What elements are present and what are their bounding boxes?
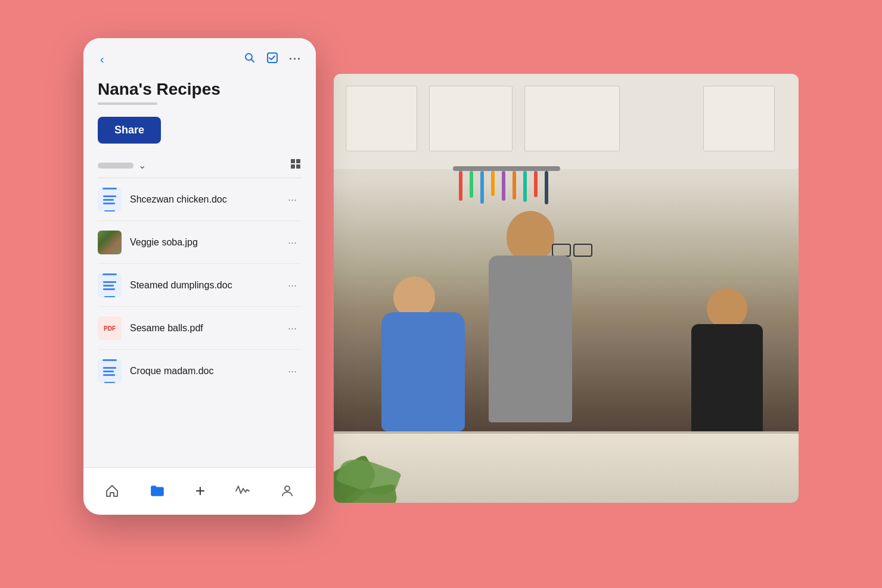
list-item[interactable]: Veggie soba.jpg ··· <box>83 221 316 264</box>
header-icons: ··· <box>244 52 302 67</box>
title-underline <box>98 102 157 105</box>
list-item[interactable]: PDF Sesame balls.pdf ··· <box>83 307 316 350</box>
search-icon[interactable] <box>244 52 256 67</box>
img-icon <box>98 231 122 254</box>
svg-rect-3 <box>291 159 295 163</box>
nav-home[interactable] <box>95 479 129 503</box>
doc-icon <box>98 273 122 297</box>
list-item[interactable]: Steamed dumplings.doc ··· <box>83 264 316 307</box>
file-name: Veggie soba.jpg <box>130 237 283 248</box>
scene: ‹ ··· Nana's Recipes <box>83 38 799 550</box>
file-more-button[interactable]: ··· <box>283 320 302 337</box>
file-name: Croque madam.doc <box>130 366 283 377</box>
kitchen-photo <box>334 74 799 503</box>
grid-view-icon[interactable] <box>290 158 302 173</box>
file-name: Shcezwan chicken.doc <box>130 194 283 205</box>
filter-left: ⌄ <box>98 160 146 171</box>
nav-profile[interactable] <box>271 479 304 503</box>
checkmark-icon[interactable] <box>266 52 278 67</box>
svg-point-7 <box>285 486 290 491</box>
phone-header: ‹ ··· <box>83 38 316 74</box>
plant <box>334 407 429 503</box>
filter-bar: ⌄ <box>83 153 316 178</box>
file-more-button[interactable]: ··· <box>283 363 302 380</box>
file-name: Steamed dumplings.doc <box>130 280 283 291</box>
filter-pill <box>98 163 133 169</box>
svg-rect-4 <box>296 159 300 163</box>
chevron-down-icon[interactable]: ⌄ <box>138 160 146 171</box>
page-title: Nana's Recipes <box>98 79 302 99</box>
nav-activity[interactable] <box>226 479 259 503</box>
svg-line-1 <box>251 59 254 62</box>
cabinets <box>334 74 799 169</box>
pdf-icon: PDF <box>98 316 122 340</box>
doc-icon <box>98 359 122 383</box>
phone-card: ‹ ··· Nana's Recipes <box>83 38 316 515</box>
list-item[interactable]: Shcezwan chicken.doc ··· <box>83 178 316 221</box>
share-button[interactable]: Share <box>98 117 161 144</box>
file-name: Sesame balls.pdf <box>130 323 283 334</box>
file-more-button[interactable]: ··· <box>283 234 302 251</box>
svg-rect-5 <box>291 164 295 169</box>
more-icon[interactable]: ··· <box>289 53 302 66</box>
back-button[interactable]: ‹ <box>98 50 107 69</box>
phone-title-area: Nana's Recipes <box>83 74 316 115</box>
doc-icon <box>98 188 122 211</box>
nav-add[interactable]: + <box>186 477 215 505</box>
list-item[interactable]: Croque madam.doc ··· <box>83 350 316 393</box>
bottom-nav: + <box>83 467 316 515</box>
file-more-button[interactable]: ··· <box>283 191 302 209</box>
file-more-button[interactable]: ··· <box>283 277 302 294</box>
svg-rect-6 <box>296 164 300 169</box>
nav-folder[interactable] <box>140 478 175 503</box>
file-list: Shcezwan chicken.doc ··· Veggie soba.jpg… <box>83 178 316 393</box>
